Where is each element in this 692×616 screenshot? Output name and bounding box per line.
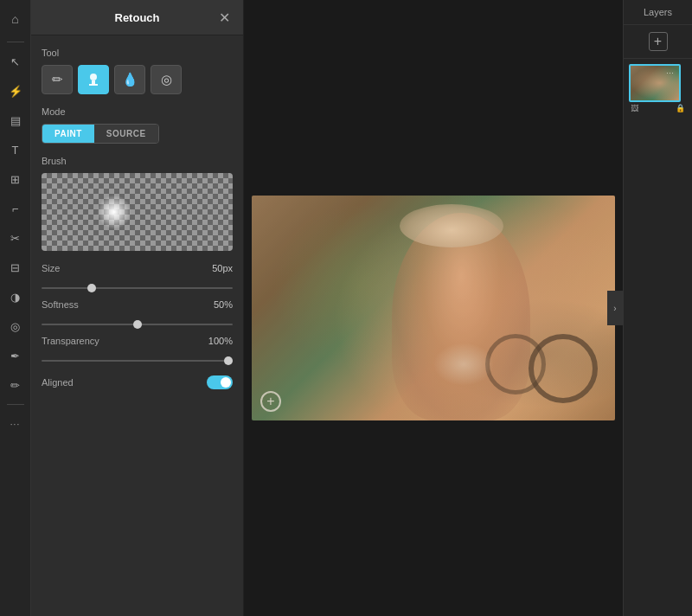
drop-tool-button[interactable]: 💧 [114, 65, 145, 94]
pencil-tool-button[interactable]: ✏ [42, 65, 73, 94]
svg-rect-2 [89, 84, 98, 86]
softness-row: Softness 50% [42, 299, 233, 310]
crosshair-button[interactable]: + [260, 391, 281, 412]
panel-header: Retouch ✕ [31, 0, 243, 35]
close-button[interactable]: ✕ [215, 9, 233, 26]
flowers [433, 343, 494, 386]
arrow-icon: › [613, 304, 616, 313]
stamp-tool-button[interactable] [78, 65, 109, 94]
layers-title: Layers [624, 0, 692, 25]
canvas-area: + › [244, 0, 623, 616]
layers-panel: Layers + ··· 🖼 🔒 [623, 0, 692, 616]
panel-content: Tool ✏ 💧 ◎ Mode PAINT SOURCE Brush [31, 35, 243, 616]
layer-thumbnail: ··· [629, 64, 681, 102]
size-slider[interactable] [42, 287, 233, 289]
select-tool-icon[interactable]: ↖ [3, 49, 28, 74]
size-label: Size [42, 263, 60, 273]
brush-label: Brush [42, 156, 233, 166]
brush-dot [97, 195, 131, 229]
paint-mode-button[interactable]: PAINT [42, 125, 94, 143]
transparency-value: 100% [208, 336, 233, 346]
layer-lock-icon[interactable]: 🔒 [676, 104, 685, 112]
toolbar-separator [7, 42, 24, 42]
crosshair-icon: + [266, 395, 274, 408]
hat-shape [400, 204, 503, 247]
expand-arrow[interactable]: › [607, 291, 623, 325]
text-tool-icon[interactable]: T [3, 138, 28, 162]
size-value: 50px [212, 263, 233, 273]
panel-title: Retouch [59, 11, 215, 24]
layer-menu-button[interactable]: ··· [663, 67, 677, 78]
transparency-row: Transparency 100% [42, 336, 233, 346]
pen-tool-icon[interactable]: ✒ [3, 343, 28, 368]
hatch-tool-icon[interactable]: ⊞ [3, 167, 28, 191]
main-canvas-image[interactable]: + [252, 196, 615, 420]
more-tools-icon[interactable]: ··· [3, 412, 28, 436]
layers-tool-icon[interactable]: ▤ [3, 108, 28, 132]
spiral-icon[interactable]: ◎ [3, 314, 28, 338]
canvas-wrapper: + [252, 196, 615, 420]
aligned-toggle[interactable] [207, 375, 233, 389]
magic-tool-icon[interactable]: ⚡ [3, 79, 28, 103]
brush-tool-icon[interactable]: ✏ [3, 373, 28, 397]
girl-figure [392, 213, 530, 420]
tool-buttons: ✏ 💧 ◎ [42, 65, 233, 94]
tool-label: Tool [42, 48, 233, 58]
add-layer-icon: + [649, 32, 668, 51]
home-icon[interactable]: ⌂ [3, 7, 28, 31]
toolbar-separator-2 [7, 404, 24, 405]
aligned-row: Aligned [42, 375, 233, 389]
brush-preview [42, 173, 233, 251]
layer-item[interactable]: ··· 🖼 🔒 [624, 59, 692, 118]
softness-value: 50% [214, 299, 233, 310]
layer-visibility-icon[interactable]: 🖼 [631, 104, 638, 112]
softness-slider[interactable] [42, 324, 233, 325]
source-mode-button[interactable]: SOURCE [94, 125, 158, 143]
size-row: Size 50px [42, 263, 233, 273]
toggle-knob [221, 377, 231, 388]
retouch-panel: Retouch ✕ Tool ✏ 💧 ◎ Mode PAINT SOURCE B… [31, 0, 244, 616]
circle-tool-button[interactable]: ◎ [151, 65, 182, 94]
mode-label: Mode [42, 106, 233, 117]
softness-label: Softness [42, 299, 79, 310]
sliders-tool-icon[interactable]: ⊟ [3, 255, 28, 279]
transparency-label: Transparency [42, 336, 99, 346]
aligned-label: Aligned [42, 377, 74, 388]
stamp-icon [86, 72, 101, 87]
bike-wheel-left [485, 334, 546, 395]
transparency-slider[interactable] [42, 360, 233, 362]
bike-wheel-right [529, 334, 598, 403]
circle-half-icon[interactable]: ◑ [3, 285, 28, 309]
scissors-tool-icon[interactable]: ✂ [3, 226, 28, 250]
mode-buttons: PAINT SOURCE [42, 124, 159, 144]
crop-tool-icon[interactable]: ⌐ [3, 196, 28, 221]
svg-point-0 [90, 74, 97, 80]
add-layer-button[interactable]: + [624, 25, 692, 59]
left-toolbar: ⌂ ↖ ⚡ ▤ T ⊞ ⌐ ✂ ⊟ ◑ ◎ ✒ ✏ ··· [0, 0, 31, 616]
layer-icons: 🖼 🔒 [629, 102, 687, 112]
